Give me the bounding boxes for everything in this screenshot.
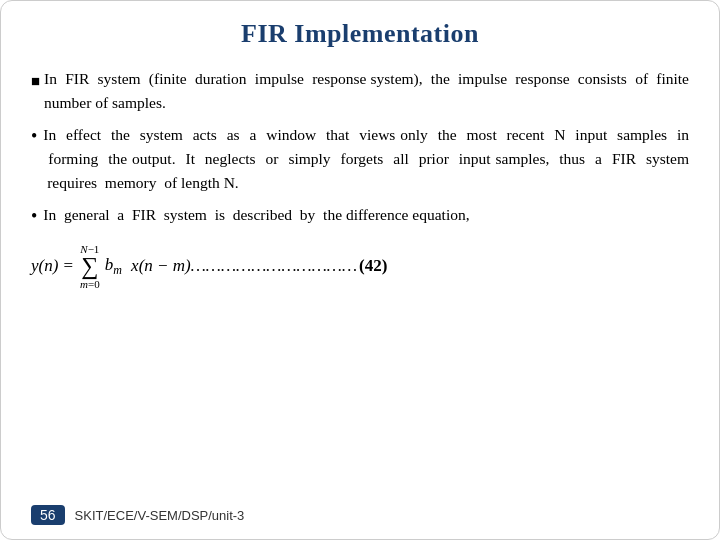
slide: FIR Implementation ■ In FIR system (fini… [0,0,720,540]
square-bullet-icon: ■ [31,70,40,93]
bullet-item-3: • In general a FIR system is described b… [31,203,689,231]
bullet-item-2: • In effect the system acts as a window … [31,123,689,195]
eq-lhs: y(n) [31,256,58,276]
bullet-text-2: In effect the system acts as a window th… [43,123,689,195]
eq-sum-bottom: m=0 [80,278,100,290]
eq-rhs-rest: x(n − m)…………………………… [127,256,357,276]
page-number: 56 [31,505,65,525]
bullet-text-3: In general a FIR system is described by … [43,203,689,227]
bullet-item-1: ■ In FIR system (finite duration impulse… [31,67,689,115]
sigma-symbol: ∑ [81,255,98,278]
bullet-text-1: In FIR system (finite duration impulse r… [44,67,689,115]
equation-line: y(n) = N−1 ∑ m=0 bm x(n − m)…………………………… … [31,243,689,290]
slide-content: ■ In FIR system (finite duration impulse… [31,67,689,497]
slide-footer: 56 SKIT/ECE/V-SEM/DSP/unit-3 [31,505,689,525]
eq-summation: N−1 ∑ m=0 [80,243,100,290]
eq-equals: = [63,256,73,276]
slide-title: FIR Implementation [31,19,689,49]
footer-credit: SKIT/ECE/V-SEM/DSP/unit-3 [75,508,245,523]
round-bullet-icon-2: • [31,203,37,231]
eq-number: (42) [359,256,387,276]
round-bullet-icon-1: • [31,123,37,151]
eq-rhs: bm [105,255,122,278]
